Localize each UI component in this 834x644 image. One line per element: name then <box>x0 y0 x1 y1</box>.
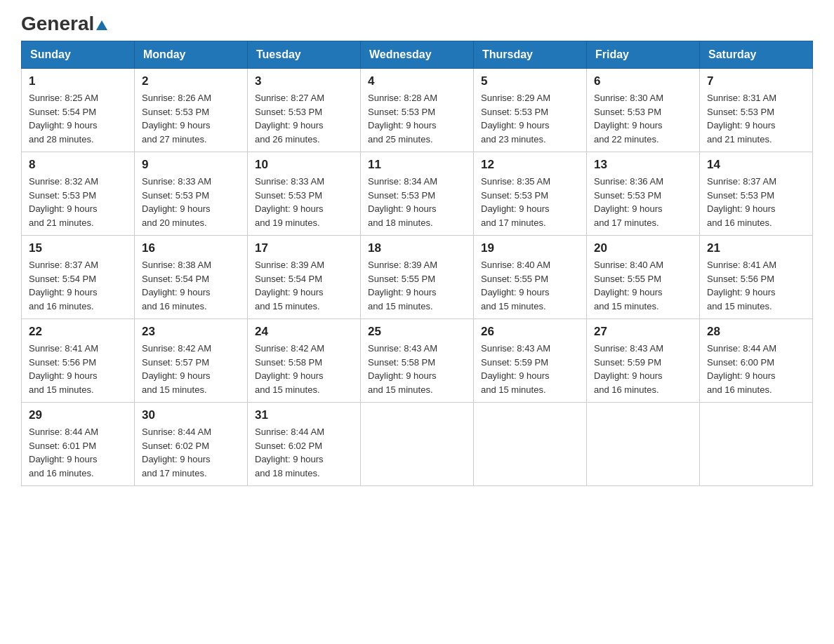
calendar-cell: 15 Sunrise: 8:37 AM Sunset: 5:54 PM Dayl… <box>22 236 135 319</box>
day-number: 6 <box>594 74 692 88</box>
calendar-cell: 31 Sunrise: 8:44 AM Sunset: 6:02 PM Dayl… <box>248 403 361 486</box>
day-number: 14 <box>707 158 805 172</box>
day-info: Sunrise: 8:37 AM Sunset: 5:53 PM Dayligh… <box>707 175 805 229</box>
day-number: 23 <box>142 325 240 339</box>
calendar-cell: 28 Sunrise: 8:44 AM Sunset: 6:00 PM Dayl… <box>700 319 813 403</box>
day-number: 5 <box>481 74 579 88</box>
day-of-week-header: Monday <box>135 41 248 69</box>
day-info: Sunrise: 8:44 AM Sunset: 6:00 PM Dayligh… <box>707 342 805 396</box>
day-info: Sunrise: 8:39 AM Sunset: 5:54 PM Dayligh… <box>255 258 353 313</box>
day-number: 28 <box>707 325 805 339</box>
day-number: 30 <box>142 408 240 422</box>
day-number: 13 <box>594 158 692 172</box>
calendar-cell: 20 Sunrise: 8:40 AM Sunset: 5:55 PM Dayl… <box>587 236 700 319</box>
calendar-cell: 5 Sunrise: 8:29 AM Sunset: 5:53 PM Dayli… <box>474 69 587 152</box>
day-number: 7 <box>707 74 805 88</box>
calendar-cell: 14 Sunrise: 8:37 AM Sunset: 5:53 PM Dayl… <box>700 152 813 236</box>
day-info: Sunrise: 8:38 AM Sunset: 5:54 PM Dayligh… <box>142 258 240 313</box>
day-info: Sunrise: 8:32 AM Sunset: 5:53 PM Dayligh… <box>29 175 127 229</box>
calendar-cell: 23 Sunrise: 8:42 AM Sunset: 5:57 PM Dayl… <box>135 319 248 403</box>
day-number: 17 <box>255 241 353 255</box>
calendar-cell: 6 Sunrise: 8:30 AM Sunset: 5:53 PM Dayli… <box>587 69 700 152</box>
day-info: Sunrise: 8:42 AM Sunset: 5:58 PM Dayligh… <box>255 342 353 396</box>
day-number: 31 <box>255 408 353 422</box>
day-number: 27 <box>594 325 692 339</box>
day-info: Sunrise: 8:43 AM Sunset: 5:59 PM Dayligh… <box>481 342 579 396</box>
day-number: 4 <box>368 74 466 88</box>
day-number: 24 <box>255 325 353 339</box>
calendar-cell: 13 Sunrise: 8:36 AM Sunset: 5:53 PM Dayl… <box>587 152 700 236</box>
calendar-cell: 8 Sunrise: 8:32 AM Sunset: 5:53 PM Dayli… <box>22 152 135 236</box>
day-info: Sunrise: 8:40 AM Sunset: 5:55 PM Dayligh… <box>481 258 579 313</box>
calendar-cell: 18 Sunrise: 8:39 AM Sunset: 5:55 PM Dayl… <box>361 236 474 319</box>
day-number: 11 <box>368 158 466 172</box>
day-info: Sunrise: 8:43 AM Sunset: 5:59 PM Dayligh… <box>594 342 692 396</box>
calendar-cell: 9 Sunrise: 8:33 AM Sunset: 5:53 PM Dayli… <box>135 152 248 236</box>
calendar-cell: 21 Sunrise: 8:41 AM Sunset: 5:56 PM Dayl… <box>700 236 813 319</box>
day-info: Sunrise: 8:26 AM Sunset: 5:53 PM Dayligh… <box>142 91 240 146</box>
day-info: Sunrise: 8:29 AM Sunset: 5:53 PM Dayligh… <box>481 91 579 146</box>
calendar-cell: 29 Sunrise: 8:44 AM Sunset: 6:01 PM Dayl… <box>22 403 135 486</box>
calendar-table: SundayMondayTuesdayWednesdayThursdayFrid… <box>21 41 813 486</box>
calendar-cell: 16 Sunrise: 8:38 AM Sunset: 5:54 PM Dayl… <box>135 236 248 319</box>
day-number: 22 <box>29 325 127 339</box>
day-number: 2 <box>142 74 240 88</box>
day-info: Sunrise: 8:44 AM Sunset: 6:01 PM Dayligh… <box>29 425 127 480</box>
calendar-cell <box>474 403 587 486</box>
day-number: 21 <box>707 241 805 255</box>
calendar-week-row: 22 Sunrise: 8:41 AM Sunset: 5:56 PM Dayl… <box>22 319 813 403</box>
day-info: Sunrise: 8:39 AM Sunset: 5:55 PM Dayligh… <box>368 258 466 313</box>
day-info: Sunrise: 8:31 AM Sunset: 5:53 PM Dayligh… <box>707 91 805 146</box>
day-info: Sunrise: 8:42 AM Sunset: 5:57 PM Dayligh… <box>142 342 240 396</box>
day-of-week-header: Wednesday <box>361 41 474 69</box>
calendar-header-row: SundayMondayTuesdayWednesdayThursdayFrid… <box>22 41 813 69</box>
day-info: Sunrise: 8:44 AM Sunset: 6:02 PM Dayligh… <box>142 425 240 480</box>
day-number: 26 <box>481 325 579 339</box>
calendar-cell: 17 Sunrise: 8:39 AM Sunset: 5:54 PM Dayl… <box>248 236 361 319</box>
day-number: 15 <box>29 241 127 255</box>
day-info: Sunrise: 8:40 AM Sunset: 5:55 PM Dayligh… <box>594 258 692 313</box>
calendar-cell: 27 Sunrise: 8:43 AM Sunset: 5:59 PM Dayl… <box>587 319 700 403</box>
day-info: Sunrise: 8:44 AM Sunset: 6:02 PM Dayligh… <box>255 425 353 480</box>
calendar-cell: 2 Sunrise: 8:26 AM Sunset: 5:53 PM Dayli… <box>135 69 248 152</box>
day-info: Sunrise: 8:37 AM Sunset: 5:54 PM Dayligh… <box>29 258 127 313</box>
calendar-week-row: 15 Sunrise: 8:37 AM Sunset: 5:54 PM Dayl… <box>22 236 813 319</box>
day-number: 10 <box>255 158 353 172</box>
day-of-week-header: Friday <box>587 41 700 69</box>
day-info: Sunrise: 8:41 AM Sunset: 5:56 PM Dayligh… <box>29 342 127 396</box>
logo-general-text: General <box>21 14 107 34</box>
calendar-cell: 30 Sunrise: 8:44 AM Sunset: 6:02 PM Dayl… <box>135 403 248 486</box>
day-info: Sunrise: 8:28 AM Sunset: 5:53 PM Dayligh… <box>368 91 466 146</box>
day-info: Sunrise: 8:25 AM Sunset: 5:54 PM Dayligh… <box>29 91 127 146</box>
calendar-cell: 24 Sunrise: 8:42 AM Sunset: 5:58 PM Dayl… <box>248 319 361 403</box>
day-of-week-header: Saturday <box>700 41 813 69</box>
calendar-cell: 26 Sunrise: 8:43 AM Sunset: 5:59 PM Dayl… <box>474 319 587 403</box>
day-number: 29 <box>29 408 127 422</box>
calendar-cell: 25 Sunrise: 8:43 AM Sunset: 5:58 PM Dayl… <box>361 319 474 403</box>
calendar-cell: 10 Sunrise: 8:33 AM Sunset: 5:53 PM Dayl… <box>248 152 361 236</box>
day-info: Sunrise: 8:33 AM Sunset: 5:53 PM Dayligh… <box>142 175 240 229</box>
day-of-week-header: Thursday <box>474 41 587 69</box>
calendar-week-row: 8 Sunrise: 8:32 AM Sunset: 5:53 PM Dayli… <box>22 152 813 236</box>
day-number: 25 <box>368 325 466 339</box>
calendar-cell <box>587 403 700 486</box>
day-info: Sunrise: 8:41 AM Sunset: 5:56 PM Dayligh… <box>707 258 805 313</box>
day-info: Sunrise: 8:27 AM Sunset: 5:53 PM Dayligh… <box>255 91 353 146</box>
day-number: 1 <box>29 74 127 88</box>
calendar-week-row: 1 Sunrise: 8:25 AM Sunset: 5:54 PM Dayli… <box>22 69 813 152</box>
calendar-week-row: 29 Sunrise: 8:44 AM Sunset: 6:01 PM Dayl… <box>22 403 813 486</box>
day-number: 19 <box>481 241 579 255</box>
day-number: 3 <box>255 74 353 88</box>
calendar-cell: 11 Sunrise: 8:34 AM Sunset: 5:53 PM Dayl… <box>361 152 474 236</box>
calendar-cell <box>361 403 474 486</box>
calendar-cell: 7 Sunrise: 8:31 AM Sunset: 5:53 PM Dayli… <box>700 69 813 152</box>
day-info: Sunrise: 8:35 AM Sunset: 5:53 PM Dayligh… <box>481 175 579 229</box>
day-info: Sunrise: 8:34 AM Sunset: 5:53 PM Dayligh… <box>368 175 466 229</box>
calendar-cell <box>700 403 813 486</box>
calendar-cell: 19 Sunrise: 8:40 AM Sunset: 5:55 PM Dayl… <box>474 236 587 319</box>
day-of-week-header: Sunday <box>22 41 135 69</box>
day-number: 20 <box>594 241 692 255</box>
page-header: General <box>21 14 813 34</box>
calendar-cell: 12 Sunrise: 8:35 AM Sunset: 5:53 PM Dayl… <box>474 152 587 236</box>
day-number: 8 <box>29 158 127 172</box>
